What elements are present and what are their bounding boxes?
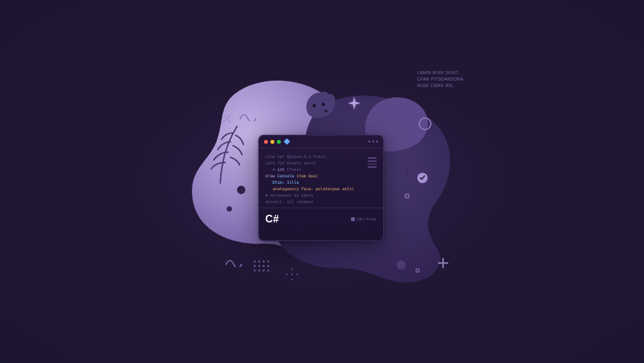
dot-dark-icon (237, 186, 245, 194)
circle-outline-small-icon (404, 193, 410, 199)
diamond-icon (284, 139, 290, 145)
wave-icon-2 (225, 258, 245, 270)
svg-point-0 (313, 104, 316, 108)
illustration-stage: Line var Option:4-1 Pract. carn for Ansa… (0, 0, 644, 363)
wave-icon (240, 112, 259, 124)
code-area: Line var Option:4-1 Pract. carn for Ansa… (259, 148, 383, 208)
dot-icon (405, 169, 410, 173)
caption-text: LAMIN IKISK SKAIT. CHAK PITDDANSONA IKIS… (417, 70, 464, 89)
circle-outline-icon (419, 117, 431, 130)
dot-large-icon (397, 260, 406, 270)
code-window: Line var Option:4-1 Pract. carn for Ansa… (258, 135, 384, 241)
window-footer: C# DEV PASS (259, 208, 383, 230)
sparkle-icon (348, 97, 361, 112)
minimize-icon (270, 140, 274, 144)
maximize-icon (277, 140, 281, 144)
footer-label: DEV PASS (351, 217, 377, 221)
circle-outline-tiny-icon (415, 268, 420, 273)
check-badge-icon (417, 173, 428, 183)
language-badge: C# (265, 213, 279, 225)
close-icon (264, 140, 268, 144)
hamburger-icon (368, 157, 377, 168)
leaf-branch-icon (202, 123, 247, 190)
svg-point-2 (324, 110, 328, 112)
cross-icon (222, 113, 232, 126)
svg-point-1 (322, 103, 325, 106)
dot-dark-small-icon (227, 206, 232, 211)
footer-icon (351, 217, 355, 221)
more-dots-icon (368, 141, 378, 142)
dot-grid-icon (254, 260, 269, 271)
plus-icon (438, 258, 448, 271)
character-head (300, 92, 339, 124)
dot-cluster-icon (286, 268, 298, 280)
traffic-lights (264, 140, 281, 144)
window-titlebar (259, 135, 383, 148)
